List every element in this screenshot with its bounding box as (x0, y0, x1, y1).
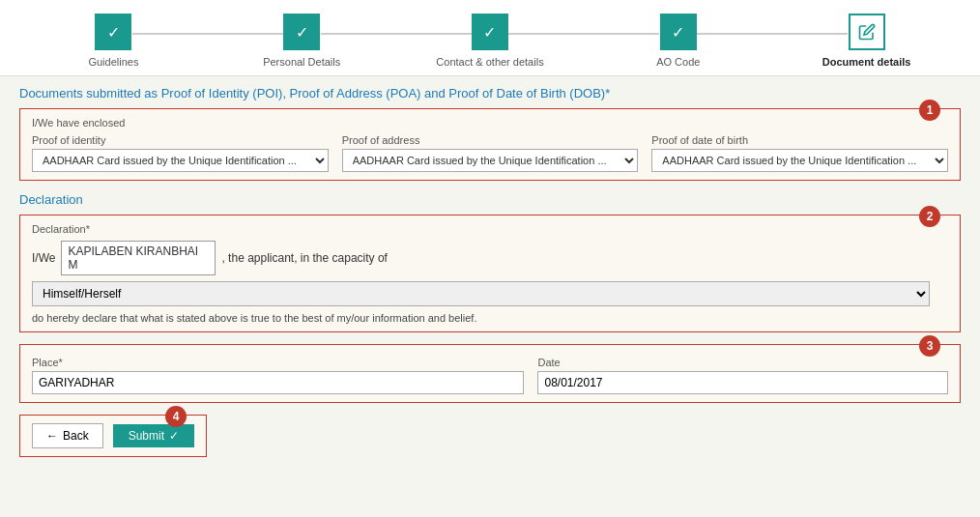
step-3-label: Contact & other details (436, 56, 543, 68)
poi-header: Documents submitted as Proof of Identity… (19, 86, 961, 101)
step-document-details: Document details (772, 14, 961, 68)
podb-select[interactable]: AADHAAR Card issued by the Unique Identi… (651, 149, 948, 172)
place-date-row: Place* Date (32, 357, 948, 394)
step-personal-details: ✓ Personal Details (208, 14, 396, 68)
back-button[interactable]: ← Back (32, 423, 103, 448)
date-group: Date (537, 357, 948, 394)
poi-select[interactable]: AADHAAR Card issued by the Unique Identi… (32, 149, 329, 172)
step-1-circle: ✓ (95, 14, 131, 50)
main-content: Documents submitted as Proof of Identity… (0, 76, 980, 467)
date-input[interactable] (537, 371, 948, 394)
declaration-label: Declaration* (32, 223, 948, 235)
submit-button[interactable]: Submit ✓ (113, 424, 194, 447)
enclosed-section: 1 I/We have enclosed Proof of identity A… (19, 108, 961, 181)
step-4-label: AO Code (656, 56, 700, 68)
submit-label: Submit (129, 429, 164, 443)
step-3-circle: ✓ (472, 14, 508, 50)
buttons-section: 4 ← Back Submit ✓ (19, 415, 207, 457)
poi-group: Proof of identity AADHAAR Card issued by… (32, 134, 329, 172)
poa-label: Proof of address (342, 134, 639, 146)
stepper: ✓ Guidelines ✓ Personal Details ✓ Contac… (0, 0, 980, 76)
poi-label: Proof of identity (32, 134, 329, 146)
declaration-capacity-row: Himself/Herself (32, 281, 948, 306)
decl-middle: , the applicant, in the capacity of (221, 251, 387, 265)
declaration-row: I/We KAPILABEN KIRANBHAI M , the applica… (32, 241, 948, 275)
place-date-section: 3 Place* Date (19, 344, 961, 403)
place-label: Place* (32, 357, 524, 368)
badge-4: 4 (165, 406, 187, 427)
declaration-title: Declaration (19, 192, 961, 207)
date-label: Date (537, 357, 948, 368)
step-4-circle: ✓ (660, 14, 697, 50)
podb-group: Proof of date of birth AADHAAR Card issu… (651, 134, 948, 172)
step-5-circle (849, 14, 885, 50)
back-label: Back (63, 429, 89, 443)
declaration-name: KAPILABEN KIRANBHAI M (61, 241, 216, 275)
place-group: Place* (32, 357, 524, 394)
step-guidelines: ✓ Guidelines (19, 14, 208, 68)
decl-iwe: I/We (32, 251, 55, 265)
capacity-select[interactable]: Himself/Herself (32, 281, 930, 306)
step-1-label: Guidelines (88, 56, 138, 68)
place-input[interactable] (32, 371, 524, 394)
declaration-statement: do hereby declare that what is stated ab… (32, 312, 948, 324)
badge-2: 2 (919, 206, 940, 227)
step-2-label: Personal Details (263, 56, 340, 68)
poa-select[interactable]: AADHAAR Card issued by the Unique Identi… (342, 149, 639, 172)
badge-3: 3 (919, 335, 940, 357)
back-arrow-icon: ← (46, 429, 58, 443)
step-contact-details: ✓ Contact & other details (396, 14, 585, 68)
badge-1: 1 (919, 100, 940, 121)
submit-check-icon: ✓ (169, 429, 179, 443)
declaration-section: 2 Declaration* I/We KAPILABEN KIRANBHAI … (19, 215, 961, 332)
podb-label: Proof of date of birth (651, 134, 948, 146)
enclosed-label: I/We have enclosed (32, 117, 948, 129)
step-5-label: Document details (822, 56, 911, 68)
step-ao-code: ✓ AO Code (584, 14, 772, 68)
step-2-circle: ✓ (283, 14, 320, 50)
poa-group: Proof of address AADHAAR Card issued by … (342, 134, 639, 172)
dropdowns-row: Proof of identity AADHAAR Card issued by… (32, 134, 948, 172)
